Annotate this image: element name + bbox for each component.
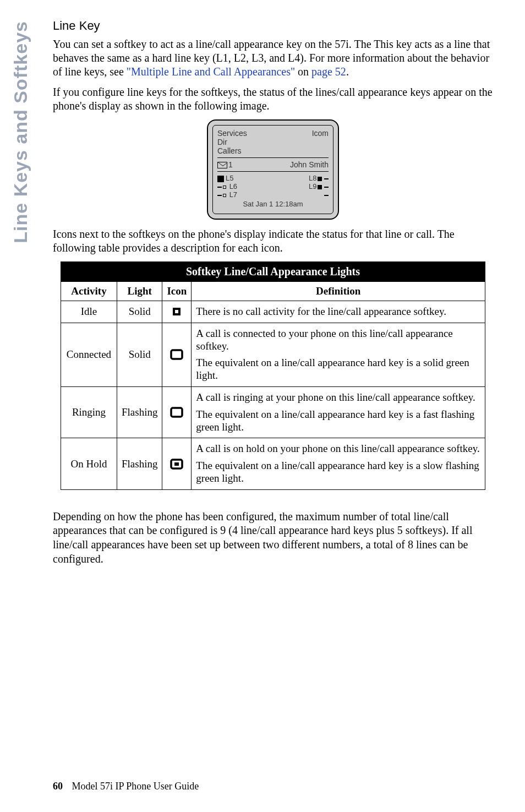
phone-line-l7: L7: [217, 190, 237, 199]
ringing-status-icon: [169, 405, 184, 419]
cell-light: Solid: [117, 301, 162, 323]
svg-rect-3: [171, 408, 182, 417]
svg-rect-5: [174, 462, 179, 466]
section-heading: Line Key: [53, 19, 493, 33]
svg-rect-2: [171, 350, 182, 359]
connected-status-icon: [169, 347, 184, 362]
link-multiple-line[interactable]: "Multiple Line and Call Appearances": [127, 66, 295, 78]
def-text: The equivalent on a line/call appearance…: [196, 460, 480, 485]
phone-display-figure: Services Icom Dir Callers 1 John Smith L…: [207, 119, 339, 220]
def-text: There is no call activity for the line/c…: [196, 306, 480, 318]
phone-msg-count: 1: [228, 160, 233, 169]
table-row: Ringing Flashing A call is ringing at yo…: [61, 386, 485, 438]
def-text: The equivalent on a line/call appearance…: [196, 357, 480, 382]
closing-paragraph: Depending on how the phone has been conf…: [53, 510, 488, 566]
phone-l9-label: L9: [309, 182, 316, 190]
svg-rect-1: [175, 310, 178, 313]
p1-part-c: .: [346, 66, 349, 78]
cell-activity: Connected: [61, 323, 117, 386]
link-page-52[interactable]: page 52: [311, 66, 346, 78]
table-row: On Hold Flashing A call is on hold on yo…: [61, 438, 485, 489]
cell-icon: [162, 323, 192, 386]
intro-paragraph-2: If you configure line keys for the softk…: [53, 85, 493, 113]
phone-l6-label: L6: [229, 182, 237, 190]
def-text: A call is ringing at your phone on this …: [196, 391, 480, 404]
phone-l5-label: L5: [226, 174, 233, 182]
cell-activity: Ringing: [61, 386, 117, 438]
phone-line-l8: L8: [309, 174, 329, 182]
table-row: Idle Solid There is no call activity for…: [61, 301, 485, 323]
cell-icon: [162, 438, 192, 489]
def-text: The equivalent on a line/call appearance…: [196, 408, 480, 434]
cell-definition: A call is ringing at your phone on this …: [192, 386, 485, 438]
col-header-definition: Definition: [192, 282, 485, 301]
envelope-icon: [217, 162, 227, 168]
cell-light: Flashing: [117, 386, 162, 438]
phone-softkey-dir: Dir: [217, 138, 329, 146]
def-text: A call is connected to your phone on thi…: [196, 328, 480, 353]
onhold-status-icon: [169, 457, 184, 471]
phone-softkey-icom: Icom: [312, 129, 329, 138]
cell-definition: There is no call activity for the line/c…: [192, 301, 485, 323]
footer-title: Model 57i IP Phone User Guide: [72, 781, 199, 792]
solid-square-icon: [318, 185, 322, 189]
phone-line-l9: L9: [309, 182, 329, 190]
cell-icon: [162, 386, 192, 438]
phone-caller-name: John Smith: [290, 160, 329, 169]
hollow-dot-icon: [223, 186, 226, 189]
phone-line-l5: L5: [217, 174, 233, 182]
cell-light: Flashing: [117, 438, 162, 489]
cell-definition: A call is on hold on your phone on this …: [192, 438, 485, 489]
softkey-lights-table: Softkey Line/Call Appearance Lights Acti…: [61, 261, 485, 490]
hollow-dot-icon: [223, 194, 226, 197]
intro-paragraph-1: You can set a softkey to act as a line/c…: [53, 37, 493, 79]
cell-definition: A call is connected to your phone on thi…: [192, 323, 485, 386]
solid-square-icon: [318, 177, 322, 181]
phone-line-right-dash: [324, 190, 329, 199]
col-header-activity: Activity: [61, 282, 117, 301]
phone-msg-indicator: 1: [217, 160, 233, 169]
solid-square-icon: [217, 176, 224, 182]
col-header-light: Light: [117, 282, 162, 301]
side-tab: Line Keys and Softkeys: [10, 21, 31, 243]
idle-status-icon: [171, 306, 182, 317]
page-footer: 60 Model 57i IP Phone User Guide: [53, 781, 199, 792]
page-number: 60: [53, 781, 63, 792]
icons-description-paragraph: Icons next to the softkeys on the phone'…: [53, 227, 493, 255]
p1-part-b: on: [295, 66, 311, 78]
phone-datetime: Sat Jan 1 12:18am: [217, 200, 329, 208]
phone-line-l6: L6: [217, 182, 237, 190]
phone-l8-label: L8: [309, 174, 316, 182]
table-row: Connected Solid A call is connected to y…: [61, 323, 485, 386]
cell-light: Solid: [117, 323, 162, 386]
cell-activity: Idle: [61, 301, 117, 323]
phone-l7-label: L7: [229, 190, 237, 199]
phone-softkey-callers: Callers: [217, 146, 329, 155]
def-text: A call is on hold on your phone on this …: [196, 443, 480, 455]
table-title: Softkey Line/Call Appearance Lights: [61, 262, 485, 282]
cell-activity: On Hold: [61, 438, 117, 489]
col-header-icon: Icon: [162, 282, 192, 301]
phone-softkey-services: Services: [217, 129, 247, 138]
cell-icon: [162, 301, 192, 323]
